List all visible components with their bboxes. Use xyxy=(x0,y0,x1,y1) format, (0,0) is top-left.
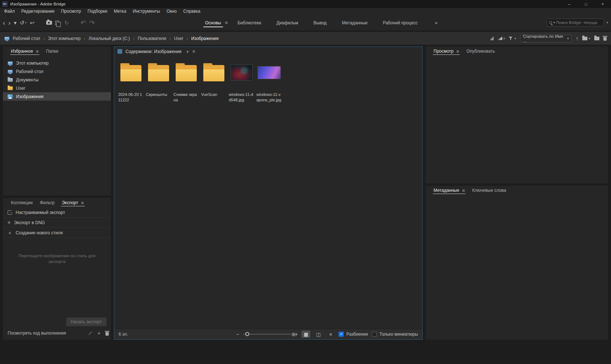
search-options-chevron-icon[interactable]: ▾ xyxy=(606,21,608,24)
computer-icon xyxy=(8,61,13,65)
zoom-slider[interactable] xyxy=(243,334,291,335)
favorites-item-user[interactable]: User xyxy=(3,84,111,92)
tab-preview[interactable]: Просмотр ≡ xyxy=(430,46,463,56)
breadcrumb-item[interactable]: User xyxy=(174,36,183,41)
tab-favorites[interactable]: Избранное ≡ xyxy=(7,46,42,56)
breakdown-checkbox[interactable] xyxy=(339,332,344,337)
maximize-button[interactable]: □ xyxy=(578,0,594,8)
filter-quality-button[interactable]: ▾ xyxy=(498,37,505,40)
tab-keywords[interactable]: Ключевые слова xyxy=(468,186,510,195)
tab-collections[interactable]: Коллекции xyxy=(7,198,36,207)
search-scope-chevron-icon[interactable]: ▾ xyxy=(553,21,555,24)
tab-collections-label: Коллекции xyxy=(11,200,33,205)
delete-preset-icon[interactable] xyxy=(105,332,109,336)
manage-files-button[interactable]: ▾ xyxy=(55,21,61,25)
favorites-item-pictures[interactable]: Изображения xyxy=(3,92,111,101)
workspace-tab-metadata[interactable]: Метаданные xyxy=(334,15,375,31)
file-item[interactable]: 2024-06-20 111222 xyxy=(117,61,145,103)
breadcrumb-item[interactable]: Локальный диск (C:) xyxy=(88,36,130,41)
plus-icon: + xyxy=(8,230,12,236)
refresh-button[interactable]: ↻ xyxy=(64,20,69,25)
panel-menu-icon[interactable]: ≡ xyxy=(456,49,459,54)
edit-pencil-icon[interactable] xyxy=(88,331,92,335)
breadcrumb-item[interactable]: Рабочий стол xyxy=(13,36,40,41)
favorites-item-documents[interactable]: Документы xyxy=(3,76,111,84)
view-details-button[interactable]: ◫ xyxy=(314,331,323,338)
filter-rating-icon[interactable] xyxy=(491,37,494,40)
add-tab-icon[interactable]: + xyxy=(186,49,189,54)
tab-filter[interactable]: Фильтр xyxy=(36,198,58,207)
start-export-button[interactable]: Начать экспорт xyxy=(66,318,107,326)
export-action-dng[interactable]: ≡ Экспорт в DNG xyxy=(3,218,111,228)
menu-file[interactable]: Файл xyxy=(1,8,18,15)
recent-items-button[interactable]: ↺▾ xyxy=(20,20,27,25)
pathbar-tools: ▾ ▾ Сортировать по Имя … ▾ ↑ ▾ xyxy=(491,35,607,43)
back-button[interactable]: ‹ xyxy=(3,20,5,26)
panel-menu-icon[interactable]: ≡ xyxy=(81,200,84,206)
tab-folders[interactable]: Папки xyxy=(42,46,62,56)
panel-menu-icon[interactable]: ≡ xyxy=(462,188,465,193)
file-item[interactable]: VueScan xyxy=(200,61,228,103)
menu-stacks[interactable]: Подборки xyxy=(84,8,111,15)
export-action-new-preset[interactable]: + Создание нового стиля xyxy=(3,228,111,238)
file-item[interactable]: windows-11-dd548.jpg xyxy=(228,61,255,103)
workspace-tab-workflow[interactable]: Рабочий процесс xyxy=(375,15,426,31)
undo-button[interactable]: ↶ xyxy=(80,20,86,26)
tab-publish-label: Опубликовать xyxy=(466,49,495,54)
workspace-tab-libraries[interactable]: Библиотеки xyxy=(230,15,269,31)
breadcrumb-item[interactable]: Этот компьютер xyxy=(48,36,81,41)
panel-menu-icon[interactable]: ≡ xyxy=(192,49,195,54)
favorites-item-label: Изображения xyxy=(16,94,43,99)
search-input[interactable] xyxy=(556,20,602,25)
workspace-tab-filmstrip[interactable]: Диафильм xyxy=(269,15,306,31)
zoom-in-button[interactable]: + xyxy=(295,331,298,337)
trash-icon[interactable] xyxy=(603,37,607,41)
filter-button[interactable]: ▾ xyxy=(509,36,516,40)
recent-folders-button[interactable]: ▾ xyxy=(582,37,590,40)
file-item[interactable]: Снимки экрана xyxy=(172,61,200,103)
redo-button[interactable]: ↷ xyxy=(89,20,95,26)
tab-publish[interactable]: Опубликовать xyxy=(463,46,498,56)
return-to-app-button[interactable]: ↩ xyxy=(30,20,35,25)
view-progress-link[interactable]: Посмотреть ход выполнения xyxy=(8,331,66,336)
nav-dropdown-icon[interactable]: ▾ xyxy=(14,20,17,25)
camera-import-icon[interactable] xyxy=(46,21,52,25)
thumbnails-only-checkbox[interactable] xyxy=(372,332,377,337)
panel-menu-icon[interactable]: ≡ xyxy=(36,49,39,54)
menu-help[interactable]: Справка xyxy=(180,8,204,15)
zoom-controls: − + xyxy=(236,331,298,337)
file-item[interactable]: Скриншоты xyxy=(145,61,172,103)
new-folder-icon[interactable] xyxy=(594,37,599,40)
view-grid-button[interactable]: ▦ xyxy=(301,331,310,338)
workspace-tab-output[interactable]: Вывод xyxy=(306,15,334,31)
menu-edit[interactable]: Редактирование xyxy=(18,8,58,15)
zoom-out-button[interactable]: − xyxy=(236,331,239,337)
menu-view[interactable]: Просмотр xyxy=(58,8,84,15)
breadcrumb-item-current[interactable]: Изображения xyxy=(191,36,219,41)
search-box[interactable]: ▾ xyxy=(547,19,604,27)
file-item[interactable]: windows-11-vaporw_ple.jpg xyxy=(255,61,283,103)
tab-export[interactable]: Экспорт ≡ xyxy=(58,198,88,207)
zoom-slider-knob[interactable] xyxy=(245,332,249,336)
workspace-overflow-chevron[interactable]: » xyxy=(435,20,438,25)
view-list-button[interactable]: ≡ xyxy=(326,331,335,338)
tab-metadata[interactable]: Метаданные ≡ xyxy=(430,186,468,195)
workspace-tab-label: Библиотеки xyxy=(237,20,261,25)
favorites-item-computer[interactable]: Этот компьютер xyxy=(3,59,111,67)
workspace-tab-essentials[interactable]: Основы xyxy=(197,15,229,31)
export-action-custom[interactable]: Настраиваемый экспорт xyxy=(3,207,111,218)
minimize-button[interactable]: – xyxy=(561,0,578,8)
breadcrumb-separator: › xyxy=(169,36,171,41)
workspace-tab-label: Диафильм xyxy=(276,20,298,25)
forward-button[interactable]: › xyxy=(8,20,11,26)
close-button[interactable]: × xyxy=(594,0,611,8)
add-preset-icon[interactable]: + xyxy=(97,330,101,336)
favorites-item-desktop[interactable]: Рабочий стол xyxy=(3,67,111,76)
sort-dropdown[interactable]: Сортировать по Имя … ▾ xyxy=(520,35,572,43)
file-icon-box xyxy=(172,61,200,82)
menu-window[interactable]: Окно xyxy=(163,8,180,15)
menu-tools[interactable]: Инструменты xyxy=(129,8,163,15)
menu-label[interactable]: Метка xyxy=(111,8,129,15)
sort-ascending-button[interactable]: ↑ xyxy=(576,36,579,41)
breadcrumb-item[interactable]: Пользователи xyxy=(138,36,166,41)
